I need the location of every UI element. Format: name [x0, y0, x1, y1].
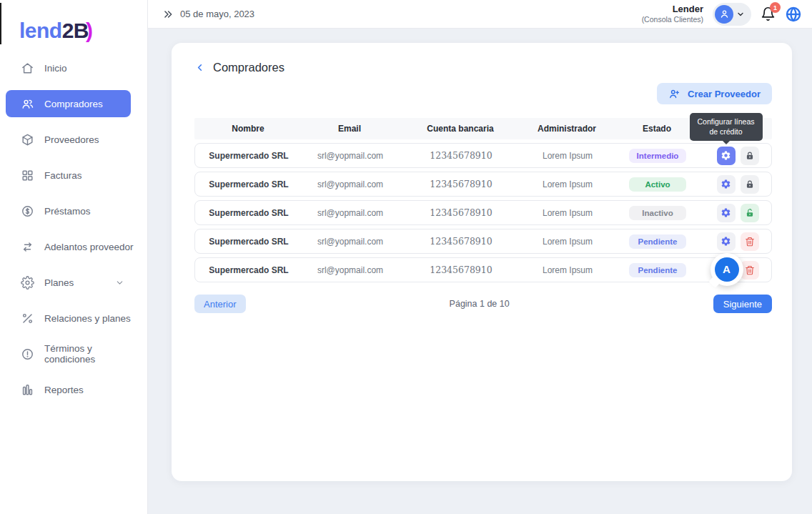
- lock-button[interactable]: [741, 175, 759, 194]
- sidebar-item-terminos-y-condiciones[interactable]: Términos y condiciones: [0, 340, 139, 367]
- header-email: Email: [302, 124, 397, 134]
- sidebar-item-prestamos[interactable]: Préstamos: [0, 197, 139, 224]
- status-badge: Intermedio: [629, 149, 686, 163]
- transfer-arrows-icon: [20, 239, 34, 254]
- gear-icon: [721, 179, 731, 189]
- user-role: (Consola Clientes): [642, 15, 703, 24]
- toolbar: Crear Proveedor: [194, 83, 772, 104]
- sidebar: lend2B) Inicio Compradores Proveedores: [0, 0, 148, 514]
- trash-icon: [745, 237, 755, 247]
- row-actions: [704, 232, 771, 251]
- person-plus-icon: [668, 88, 680, 100]
- status-badge: Pendiente: [629, 263, 686, 277]
- app-window: lend2B) Inicio Compradores Proveedores: [0, 0, 812, 514]
- back-button[interactable]: [194, 62, 205, 73]
- annotation-marker: A: [710, 253, 743, 286]
- header-nombre: Nombre: [194, 124, 302, 134]
- compradores-card: Compradores Crear Proveedor Nombre Email: [172, 43, 792, 481]
- buyer-name: Supermercado SRL: [195, 151, 302, 161]
- table-row: Supermercado SRL srl@yopmail.com 1234567…: [194, 172, 772, 197]
- grid-icon: [20, 168, 34, 182]
- sidebar-item-label: Relaciones y planes: [44, 313, 131, 324]
- unlock-icon: [745, 208, 755, 218]
- sidebar-item-proveedores[interactable]: Proveedores: [0, 126, 139, 153]
- buyer-name: Supermercado SRL: [195, 237, 302, 247]
- sidebar-item-label: Facturas: [44, 170, 82, 181]
- configure-credit-lines-button[interactable]: [717, 232, 736, 251]
- buyer-email: srl@yopmail.com: [302, 265, 398, 275]
- current-date: 05 de mayo, 2023: [180, 9, 254, 19]
- table-row: Supermercado SRL srl@yopmail.com 1234567…: [194, 229, 772, 254]
- topbar-left: 05 de mayo, 2023: [163, 9, 254, 19]
- home-icon: [20, 61, 34, 75]
- buyer-account: 12345678910: [398, 236, 524, 247]
- notification-badge: 1: [770, 2, 781, 13]
- buyer-name: Supermercado SRL: [195, 179, 302, 189]
- chevron-down-icon: [736, 10, 745, 19]
- header-cuenta-bancaria: Cuenta bancaria: [397, 124, 523, 134]
- unlock-button[interactable]: [741, 204, 759, 222]
- buyer-admin: Lorem Ipsum: [524, 265, 611, 275]
- lock-button[interactable]: [741, 147, 759, 165]
- buyer-email: srl@yopmail.com: [302, 151, 398, 161]
- sidebar-item-inicio[interactable]: Inicio: [0, 54, 139, 81]
- buyer-email: srl@yopmail.com: [302, 179, 398, 189]
- table-row: Supermercado SRL srl@yopmail.com 1234567…: [194, 200, 772, 225]
- table-row: Supermercado SRL srl@yopmail.com 1234567…: [194, 257, 772, 282]
- collapse-sidebar-icon[interactable]: [163, 9, 173, 19]
- topbar-right: Lender (Consola Clientes) 1: [642, 3, 802, 26]
- configure-credit-lines-button[interactable]: [717, 147, 736, 165]
- user-name: Lender: [642, 4, 703, 15]
- page-title: Compradores: [213, 61, 284, 74]
- main-area: 05 de mayo, 2023 Lender (Consola Cliente…: [148, 0, 812, 514]
- status-badge: Activo: [629, 177, 686, 192]
- buyer-admin: Lorem Ipsum: [524, 179, 611, 189]
- create-provider-label: Crear Proveedor: [688, 89, 761, 99]
- topbar: 05 de mayo, 2023 Lender (Consola Cliente…: [148, 0, 812, 29]
- delete-button[interactable]: [741, 232, 759, 251]
- buyer-account: 12345678910: [398, 207, 524, 218]
- buyer-account: 12345678910: [398, 265, 524, 275]
- buyer-email: srl@yopmail.com: [302, 237, 398, 247]
- next-page-button[interactable]: Siguiente: [713, 295, 772, 313]
- chevron-down-icon: [115, 278, 124, 287]
- percent-icon: [20, 311, 34, 325]
- language-globe-button[interactable]: [785, 6, 802, 23]
- sidebar-item-reportes[interactable]: Reportes: [0, 376, 139, 403]
- app-logo: lend2B): [0, 0, 147, 43]
- sidebar-item-compradores[interactable]: Compradores: [6, 90, 131, 117]
- sidebar-item-planes[interactable]: Planes: [0, 269, 139, 296]
- gear-icon: [721, 150, 731, 161]
- configure-credit-lines-button[interactable]: [717, 175, 736, 194]
- row-actions: Configurar líneas de crédito: [704, 147, 771, 165]
- buyer-email: srl@yopmail.com: [302, 208, 398, 218]
- table-row: Supermercado SRL srl@yopmail.com 1234567…: [194, 143, 772, 168]
- sidebar-item-label: Inicio: [44, 63, 67, 74]
- create-provider-button[interactable]: Crear Proveedor: [657, 83, 772, 104]
- tooltip-configure-credit-lines: Configurar líneas de crédito: [690, 113, 763, 140]
- header-administrador: Administrador: [523, 124, 610, 134]
- lock-icon: [745, 151, 755, 161]
- bar-chart-icon: [20, 382, 34, 397]
- sidebar-item-label: Términos y condiciones: [44, 343, 139, 365]
- scrollbar-artifact: [0, 3, 1, 44]
- sidebar-item-adelantos-proveedor[interactable]: Adelantos proveedor: [0, 233, 139, 260]
- sidebar-item-label: Adelantos proveedor: [44, 242, 134, 252]
- user-menu-button[interactable]: [713, 3, 751, 26]
- sidebar-item-facturas[interactable]: Facturas: [0, 162, 139, 189]
- sidebar-item-label: Proveedores: [44, 134, 99, 145]
- buyer-admin: Lorem Ipsum: [524, 151, 611, 161]
- notifications-button[interactable]: 1: [761, 6, 776, 21]
- logo-text-primary: lend: [19, 19, 62, 42]
- pagination: Anterior Página 1 de 10 Siguiente: [194, 295, 772, 313]
- sidebar-item-label: Préstamos: [44, 206, 91, 217]
- buyer-name: Supermercado SRL: [195, 208, 302, 218]
- gear-icon: [20, 275, 34, 290]
- user-info: Lender (Consola Clientes): [642, 4, 703, 24]
- content-background: Compradores Crear Proveedor Nombre Email: [148, 29, 812, 514]
- sidebar-item-label: Reportes: [44, 385, 84, 395]
- title-row: Compradores: [194, 61, 772, 74]
- sidebar-item-relaciones-y-planes[interactable]: Relaciones y planes: [0, 305, 139, 332]
- previous-page-button[interactable]: Anterior: [194, 295, 246, 313]
- configure-credit-lines-button[interactable]: [717, 204, 736, 222]
